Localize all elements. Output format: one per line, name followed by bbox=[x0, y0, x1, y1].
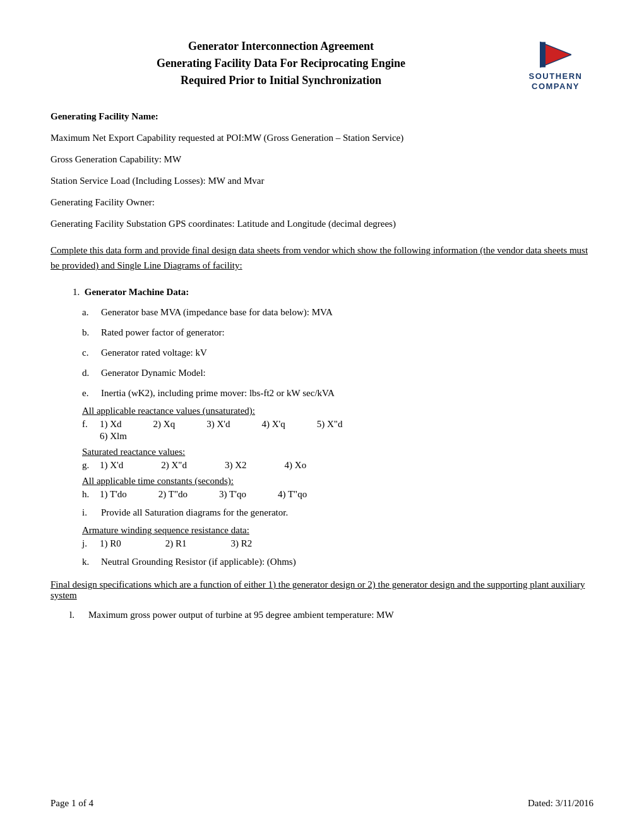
header-title: Generator Interconnection Agreement Gene… bbox=[51, 38, 518, 89]
item-g-xpd: 1) X'd bbox=[100, 460, 123, 471]
date-label: Dated: 3/11/2016 bbox=[528, 798, 593, 809]
instruction-block: Complete this data form and provide fina… bbox=[51, 243, 593, 273]
item-l-text: Maximum gross power output of turbine at… bbox=[88, 607, 593, 622]
logo-triangle-icon bbox=[540, 40, 571, 69]
item-h-row1: 1) T'do 2) T"do 3) T'qo 4) T"qo bbox=[100, 489, 307, 500]
item-l: l. Maximum gross power output of turbine… bbox=[69, 607, 593, 622]
item-a-letter: a. bbox=[82, 305, 101, 320]
item-f: f. 1) Xd 2) Xq 3) X'd 4) X'q 5) X"d 6) X… bbox=[82, 419, 593, 442]
item-e: e. Inertia (wK2), including prime mover:… bbox=[82, 385, 593, 401]
item-h-tpdo: 1) T'do bbox=[100, 489, 127, 500]
item-h-tppqo: 4) T"qo bbox=[278, 489, 307, 500]
item-g-letter: g. bbox=[82, 460, 100, 471]
facility-line5: Generating Facility Substation GPS coord… bbox=[51, 216, 593, 231]
svg-rect-1 bbox=[540, 42, 546, 68]
instruction-text: Complete this data form and provide fina… bbox=[51, 245, 588, 270]
footer: Page 1 of 4 Dated: 3/11/2016 bbox=[51, 798, 593, 809]
item-f-xppd: 5) X"d bbox=[317, 419, 343, 430]
item-c: c. Generator rated voltage: kV bbox=[82, 345, 593, 360]
item-i-letter: i. bbox=[82, 505, 101, 520]
item-k: k. Neutral Grounding Resistor (if applic… bbox=[82, 554, 593, 569]
page: Generator Interconnection Agreement Gene… bbox=[0, 0, 644, 834]
item-g-xo: 4) Xo bbox=[285, 460, 307, 471]
item-a-text: Generator base MVA (impedance base for d… bbox=[101, 305, 593, 320]
item-d-letter: d. bbox=[82, 365, 101, 380]
item-k-text: Neutral Grounding Resistor (if applicabl… bbox=[101, 554, 593, 569]
item-f-row1: 1) Xd 2) Xq 3) X'd 4) X'q 5) X"d bbox=[100, 419, 342, 430]
item-k-letter: k. bbox=[82, 554, 101, 569]
section-1-title: Generator Machine Data: bbox=[85, 287, 189, 297]
facility-line4: Generating Facility Owner: bbox=[51, 195, 593, 210]
facility-name-label: Generating Facility Name: bbox=[51, 111, 158, 121]
item-e-letter: e. bbox=[82, 385, 101, 401]
item-f-letter: f. bbox=[82, 419, 100, 430]
item-f-xq: 2) Xq bbox=[153, 419, 176, 430]
logo-text: SOUTHERN COMPANY bbox=[529, 71, 583, 91]
page-number: Page 1 of 4 bbox=[51, 798, 93, 809]
item-g-xppd: 2) X"d bbox=[161, 460, 187, 471]
time-constants-label: All applicable time constants (seconds): bbox=[82, 476, 593, 486]
armature-label: Armature winding sequence resistance dat… bbox=[82, 525, 593, 536]
facility-line1: Maximum Net Export Capability requested … bbox=[51, 130, 593, 145]
final-design-text: Final design specifications which are a … bbox=[51, 579, 585, 600]
item-d-text: Generator Dynamic Model: bbox=[101, 365, 593, 380]
facility-info: Generating Facility Name: Maximum Net Ex… bbox=[51, 109, 593, 231]
item-j-r2: 3) R2 bbox=[231, 538, 253, 549]
facility-line2: Gross Generation Capability: MW bbox=[51, 152, 593, 167]
item-h: h. 1) T'do 2) T"do 3) T'qo 4) T"qo bbox=[82, 489, 593, 500]
item-i: i. Provide all Saturation diagrams for t… bbox=[82, 505, 593, 520]
item-g-row1: 1) X'd 2) X"d 3) X2 4) Xo bbox=[100, 460, 306, 471]
item-b-letter: b. bbox=[82, 325, 101, 340]
item-b: b. Rated power factor of generator: bbox=[82, 325, 593, 340]
title-line2: Generating Facility Data For Reciprocati… bbox=[157, 57, 405, 70]
final-design-block: Final design specifications which are a … bbox=[51, 579, 593, 601]
company-logo: SOUTHERN COMPANY bbox=[518, 40, 593, 91]
item-l-letter: l. bbox=[69, 607, 88, 622]
title-line3: Required Prior to Initial Synchronizatio… bbox=[181, 74, 381, 87]
item-j-row1: 1) R0 2) R1 3) R2 bbox=[100, 538, 252, 549]
item-h-tpqo: 3) T'qo bbox=[219, 489, 246, 500]
saturated-label: Saturated reactance values: bbox=[82, 447, 593, 457]
item-f-row2: 6) Xlm bbox=[100, 431, 593, 442]
item-j-r1: 2) R1 bbox=[165, 538, 187, 549]
item-j: j. 1) R0 2) R1 3) R2 bbox=[82, 538, 593, 549]
item-h-letter: h. bbox=[82, 489, 100, 500]
item-i-text: Provide all Saturation diagrams for the … bbox=[101, 505, 593, 520]
item-j-letter: j. bbox=[82, 538, 100, 549]
item-f-xpq: 4) X'q bbox=[261, 419, 285, 430]
header: Generator Interconnection Agreement Gene… bbox=[51, 38, 593, 91]
item-f-xpd: 3) X'd bbox=[206, 419, 230, 430]
title-line1: Generator Interconnection Agreement bbox=[188, 40, 374, 52]
item-e-text: Inertia (wK2), including prime mover: lb… bbox=[101, 385, 593, 401]
section-1-header: 1. Generator Machine Data: bbox=[63, 284, 593, 299]
item-c-letter: c. bbox=[82, 345, 101, 360]
section-1: 1. Generator Machine Data: a. Generator … bbox=[63, 284, 593, 569]
reactance-unsaturated-label: All applicable reactance values (unsatur… bbox=[82, 406, 593, 416]
item-a: a. Generator base MVA (impedance base fo… bbox=[82, 305, 593, 320]
item-j-r0: 1) R0 bbox=[100, 538, 121, 549]
item-g: g. 1) X'd 2) X"d 3) X2 4) Xo bbox=[82, 460, 593, 471]
item-g-x2: 3) X2 bbox=[225, 460, 247, 471]
item-h-tppdo: 2) T"do bbox=[158, 489, 188, 500]
item-d: d. Generator Dynamic Model: bbox=[82, 365, 593, 380]
item-b-text: Rated power factor of generator: bbox=[101, 325, 593, 340]
item-c-text: Generator rated voltage: kV bbox=[101, 345, 593, 360]
facility-line3: Station Service Load (Including Losses):… bbox=[51, 173, 593, 188]
item-f-xlm: 6) Xlm bbox=[100, 431, 127, 441]
item-f-xd: 1) Xd bbox=[100, 419, 122, 430]
